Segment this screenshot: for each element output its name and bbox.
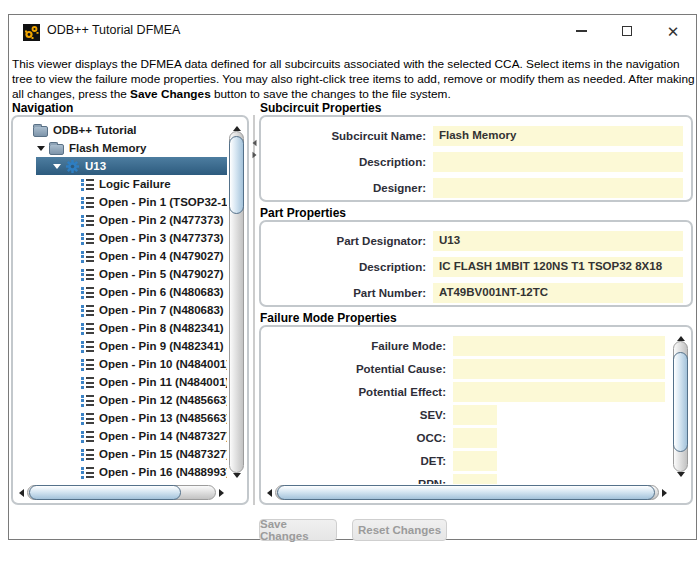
tree-item[interactable]: Open - Pin 2 (N477373) <box>15 211 227 229</box>
tree-item[interactable]: Flash Memory <box>15 139 227 157</box>
field-input[interactable] <box>453 428 497 448</box>
tree-item[interactable]: Open - Pin 5 (N479027) <box>15 265 227 283</box>
list-icon <box>81 358 94 371</box>
list-icon <box>81 268 94 281</box>
minimize-button[interactable] <box>558 15 604 47</box>
property-field-row: Subcircuit Name: Flash Memory <box>265 126 683 146</box>
tree-item[interactable]: Open - Pin 10 (N484001) <box>15 355 227 373</box>
scroll-up-button[interactable] <box>673 330 688 341</box>
field-label: DET: <box>265 455 453 467</box>
maximize-button[interactable] <box>604 15 650 47</box>
tree-item[interactable]: Open - Pin 7 (N480683) <box>15 301 227 319</box>
list-icon <box>81 214 94 227</box>
tree-item[interactable]: Open - Pin 8 (N482341) <box>15 319 227 337</box>
field-input[interactable] <box>453 336 665 356</box>
tree-item-label: Open - Pin 10 (N484001) <box>99 358 227 370</box>
tree-item[interactable]: Open - Pin 16 (N488993) <box>15 463 227 481</box>
tree-item[interactable]: U13 <box>15 157 227 175</box>
window-title: ODB++ Tutorial DFMEA <box>47 23 180 37</box>
scroll-thumb[interactable] <box>29 485 181 500</box>
tree-item[interactable]: Open - Pin 3 (N477373) <box>15 229 227 247</box>
splitter-arrows[interactable] <box>249 139 259 159</box>
tree-item[interactable]: ODB++ Tutorial <box>15 121 227 139</box>
list-icon <box>81 196 94 209</box>
tree-item[interactable]: Open - Pin 6 (N480683) <box>15 283 227 301</box>
maximize-icon <box>622 26 632 36</box>
scroll-right-button[interactable] <box>659 485 670 500</box>
navigation-panel: ODB++ Tutorial Flash Memory U13 Logic Fa… <box>11 115 249 505</box>
scroll-left-button[interactable] <box>264 485 275 500</box>
tree-item[interactable]: Logic Failure <box>15 175 227 193</box>
tree-item-label: Open - Pin 9 (N482341) <box>99 340 224 352</box>
field-input[interactable] <box>453 359 665 379</box>
field-input[interactable]: IC FLASH 1MBIT 120NS T1 TSOP32 8X18 <box>433 257 683 277</box>
splitter-divider[interactable] <box>253 115 255 505</box>
tree-item-label: Open - Pin 2 (N477373) <box>99 214 224 226</box>
failure-vertical-scrollbar[interactable] <box>673 330 688 483</box>
close-icon: ✕ <box>667 24 680 39</box>
tree-item-label: Open - Pin 3 (N477373) <box>99 232 224 244</box>
tree-item-label: Open - Pin 12 (N485663) <box>99 394 227 406</box>
tree-item[interactable]: Open - Pin 4 (N479027) <box>15 247 227 265</box>
list-icon <box>81 412 94 425</box>
tree-item[interactable]: Open - Pin 9 (N482341) <box>15 337 227 355</box>
save-changes-button[interactable]: Save Changes <box>259 519 337 541</box>
scroll-thumb[interactable] <box>673 352 688 452</box>
tree-item[interactable]: Open - Pin 1 (TSOP32-1) <box>15 193 227 211</box>
tree-item[interactable]: Open - Pin 12 (N485663) <box>15 391 227 409</box>
field-input[interactable] <box>433 152 683 172</box>
list-icon <box>81 340 94 353</box>
scroll-right-button[interactable] <box>216 485 227 500</box>
property-field-row: Potential Cause: <box>265 359 665 379</box>
list-icon <box>81 232 94 245</box>
part-properties-box: Part Designator: U13 Description: IC FLA… <box>259 220 693 307</box>
tree-item-label: Open - Pin 4 (N479027) <box>99 250 224 262</box>
field-label: Potential Effect: <box>265 386 453 398</box>
field-input[interactable] <box>433 178 683 198</box>
nav-vertical-scrollbar[interactable] <box>229 120 244 484</box>
field-label: Potential Cause: <box>265 363 453 375</box>
tree-item-label: Open - Pin 8 (N482341) <box>99 322 224 334</box>
list-icon <box>81 376 94 389</box>
nav-horizontal-scrollbar[interactable] <box>16 485 227 500</box>
field-label: Description: <box>265 261 433 273</box>
minimize-icon <box>576 30 587 32</box>
expand-right-icon <box>252 152 256 158</box>
scroll-up-button[interactable] <box>229 120 244 131</box>
property-field-row: Designer: <box>265 178 683 198</box>
scroll-thumb[interactable] <box>229 136 244 214</box>
tree-item[interactable]: Open - Pin 14 (N487327) <box>15 427 227 445</box>
tree-item-label: Open - Pin 5 (N479027) <box>99 268 224 280</box>
failure-horizontal-scrollbar[interactable] <box>264 485 670 500</box>
scroll-thumb[interactable] <box>277 485 655 500</box>
subcircuit-properties-box: Subcircuit Name: Flash Memory Descriptio… <box>259 115 693 202</box>
tree-item[interactable]: Open - Pin 13 (N485663) <box>15 409 227 427</box>
field-input[interactable] <box>453 405 497 425</box>
field-input[interactable]: AT49BV001NT-12TC <box>433 283 683 303</box>
scroll-down-button[interactable] <box>229 473 244 484</box>
property-field-row: OCC: <box>265 428 665 448</box>
close-button[interactable]: ✕ <box>650 15 696 47</box>
field-input[interactable] <box>453 382 665 402</box>
field-input[interactable]: U13 <box>433 231 683 251</box>
tree-item-label: Open - Pin 6 (N480683) <box>99 286 224 298</box>
tree-item[interactable]: Open - Pin 11 (N484001) <box>15 373 227 391</box>
tree-item-label: Open - Pin 11 (N484001) <box>99 376 227 388</box>
list-icon <box>81 430 94 443</box>
folder-icon <box>33 126 48 137</box>
app-icon <box>23 24 40 41</box>
description-text: This viewer displays the DFMEA data defi… <box>12 57 696 102</box>
field-input[interactable] <box>453 451 497 471</box>
scroll-down-button[interactable] <box>673 472 688 483</box>
tree-item-label: U13 <box>85 160 106 172</box>
field-input[interactable]: Flash Memory <box>433 126 683 146</box>
scroll-left-button[interactable] <box>16 485 27 500</box>
field-input[interactable] <box>453 474 497 484</box>
expand-arrow-icon <box>53 164 61 169</box>
field-label: Part Designator: <box>265 235 433 247</box>
tree-item[interactable]: Open - Pin 15 (N487327) <box>15 445 227 463</box>
list-icon <box>81 178 94 191</box>
property-field-row: Failure Mode: <box>265 336 665 356</box>
field-label: Designer: <box>265 182 433 194</box>
reset-changes-button[interactable]: Reset Changes <box>352 519 447 541</box>
